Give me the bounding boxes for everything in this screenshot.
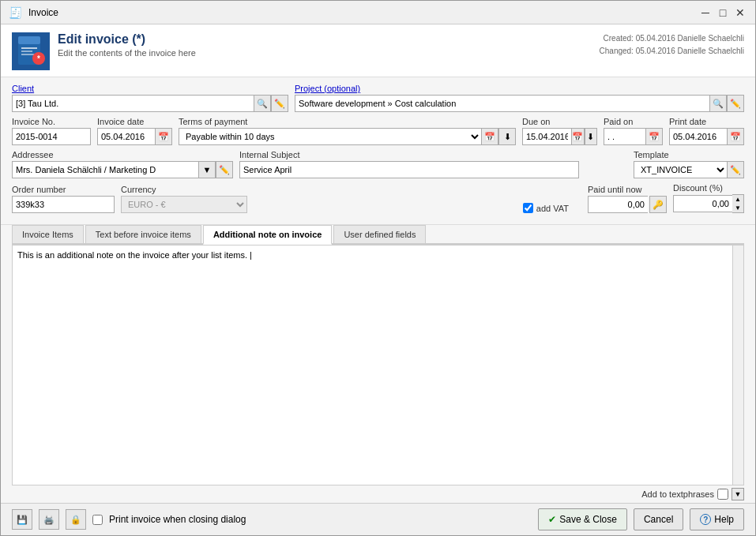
svg-rect-2 xyxy=(21,47,37,49)
save-toolbar-btn[interactable]: 💾 xyxy=(12,509,32,530)
due-on-cal-btn[interactable]: 📅 xyxy=(571,128,585,145)
invoice-graphic-icon: * xyxy=(17,35,45,68)
tab-user-defined[interactable]: User defined fields xyxy=(333,225,426,243)
svg-text:*: * xyxy=(37,54,40,63)
paid-on-group: Paid on 📅 xyxy=(604,117,663,145)
addressee-label: Addressee xyxy=(12,150,233,159)
invoice-date-btn[interactable]: 📅 xyxy=(155,128,172,145)
internal-subject-label: Internal Subject xyxy=(239,150,627,159)
form-row-2: Invoice No. Invoice date 📅 Terms of paym… xyxy=(12,117,744,145)
terms-input-group: Payable within 10 days 📅 ⬇ xyxy=(179,128,516,145)
add-vat-label: add VAT xyxy=(536,204,569,213)
terms-select[interactable]: Payable within 10 days xyxy=(179,128,481,145)
template-edit-btn[interactable]: ✏️ xyxy=(727,161,744,178)
project-search-btn[interactable]: 🔍 xyxy=(709,95,727,112)
help-icon: ? xyxy=(700,514,711,525)
discount-label: Discount (%) xyxy=(673,183,744,193)
discount-group: Discount (%) ▲ ▼ xyxy=(673,183,744,213)
addressee-input[interactable] xyxy=(12,161,198,178)
paid-until-now-btn[interactable]: 🔑 xyxy=(649,196,667,213)
main-window: 🧾 Invoice ─ □ ✕ * Edit invoice (*) Edit … xyxy=(0,0,756,536)
order-number-group: Order number xyxy=(12,185,115,213)
print-toolbar-btn[interactable]: 🖨️ xyxy=(39,509,59,530)
form-row-3: Addressee ▼ ✏️ Internal Subject Template… xyxy=(12,150,744,178)
footer-bar: 💾 🖨️ 🔒 Print invoice when closing dialog… xyxy=(1,503,755,535)
print-date-cal-btn[interactable]: 📅 xyxy=(727,128,744,145)
due-on-input[interactable] xyxy=(522,128,571,145)
minimize-button[interactable]: ─ xyxy=(698,6,713,20)
header-meta: Created: 05.04.2016 Danielle Schaelchli … xyxy=(600,32,744,58)
invoice-no-label: Invoice No. xyxy=(12,117,91,126)
cancel-button[interactable]: Cancel xyxy=(634,508,683,530)
tab-invoice-items[interactable]: Invoice Items xyxy=(12,225,84,243)
created-meta: Created: 05.04.2016 Danielle Schaelchli xyxy=(600,32,744,45)
add-vat-group: add VAT xyxy=(523,192,569,213)
maximize-button[interactable]: □ xyxy=(716,6,730,20)
client-edit-btn[interactable]: ✏️ xyxy=(271,95,288,112)
discount-up-btn[interactable]: ▲ xyxy=(732,195,743,204)
terms-edit-btn[interactable]: 📅 xyxy=(481,128,498,145)
project-group: Project (optional) 🔍 ✏️ xyxy=(295,84,744,112)
lock-toolbar-btn[interactable]: 🔒 xyxy=(66,509,86,530)
tab-additional-note[interactable]: Additional note on invoice xyxy=(203,225,333,245)
due-on-label: Due on xyxy=(522,117,597,126)
currency-select[interactable]: EURO - € xyxy=(121,196,247,213)
addressee-dropdown-btn[interactable]: ▼ xyxy=(198,161,216,178)
title-bar: 🧾 Invoice ─ □ ✕ xyxy=(1,1,755,24)
internal-subject-group: Internal Subject xyxy=(239,150,627,178)
invoice-date-input[interactable] xyxy=(97,128,155,145)
order-number-label: Order number xyxy=(12,185,115,194)
internal-subject-input[interactable] xyxy=(239,161,579,178)
addressee-group: Addressee ▼ ✏️ xyxy=(12,150,233,178)
header-icon: * xyxy=(12,32,50,70)
print-date-input[interactable] xyxy=(669,128,727,145)
invoice-no-input[interactable] xyxy=(12,128,91,145)
paid-until-now-label: Paid until now xyxy=(588,185,667,194)
template-select[interactable]: XT_INVOICE xyxy=(634,161,727,178)
client-input[interactable] xyxy=(12,95,254,112)
print-date-label: Print date xyxy=(669,117,744,126)
client-search-btn[interactable]: 🔍 xyxy=(254,95,271,112)
save-close-label: Save & Close xyxy=(559,514,617,525)
print-when-closing-label: Print invoice when closing dialog xyxy=(109,514,246,525)
project-edit-btn[interactable]: ✏️ xyxy=(727,95,744,112)
save-close-button[interactable]: ✔ Save & Close xyxy=(538,508,627,530)
header-text: Edit invoice (*) Edit the contents of th… xyxy=(58,32,592,58)
print-when-closing-checkbox[interactable] xyxy=(92,515,103,525)
add-to-textphrases-dropdown-btn[interactable]: ▼ xyxy=(732,488,744,500)
project-input[interactable] xyxy=(295,95,709,112)
close-button[interactable]: ✕ xyxy=(733,6,747,20)
app-icon: 🧾 xyxy=(9,6,22,19)
header-section: * Edit invoice (*) Edit the contents of … xyxy=(1,24,755,77)
add-to-textphrases-checkbox[interactable] xyxy=(717,489,728,500)
paid-until-now-input-group: 🔑 xyxy=(588,196,667,213)
paid-until-now-group: Paid until now 🔑 xyxy=(588,185,667,213)
discount-input[interactable] xyxy=(673,195,732,212)
vertical-scrollbar[interactable] xyxy=(732,246,743,485)
add-to-textphrases-bar: Add to textphrases ▼ xyxy=(1,485,755,503)
order-number-input[interactable] xyxy=(12,196,115,213)
paid-on-input[interactable] xyxy=(604,128,645,145)
client-input-group: 🔍 ✏️ xyxy=(12,95,288,112)
due-on-input-group: 📅 ⬇ xyxy=(522,128,597,145)
project-label: Project (optional) xyxy=(295,84,744,93)
save-close-icon: ✔ xyxy=(548,514,556,525)
help-button[interactable]: ? Help xyxy=(690,508,744,530)
invoice-date-input-group: 📅 xyxy=(97,128,172,145)
paid-on-cal-btn[interactable]: 📅 xyxy=(645,128,663,145)
add-vat-checkbox[interactable] xyxy=(523,203,533,213)
invoice-no-group: Invoice No. xyxy=(12,117,91,145)
paid-until-now-input[interactable] xyxy=(588,196,648,213)
additional-note-textarea[interactable]: This is an additional note on the invoic… xyxy=(13,246,743,485)
discount-down-btn[interactable]: ▼ xyxy=(732,204,743,212)
due-on-extra-btn[interactable]: ⬇ xyxy=(585,128,598,145)
window-title: Invoice xyxy=(28,7,58,18)
changed-meta: Changed: 05.04.2016 Danielle Schaelchli xyxy=(600,45,744,58)
client-group: Client 🔍 ✏️ xyxy=(12,84,288,112)
addressee-edit-btn[interactable]: ✏️ xyxy=(216,161,233,178)
currency-label: Currency xyxy=(121,185,247,194)
tab-text-before[interactable]: Text before invoice items xyxy=(85,225,201,243)
tabs-section: Invoice Items Text before invoice items … xyxy=(1,225,755,245)
terms-extra-btn[interactable]: ⬇ xyxy=(498,128,516,145)
client-label: Client xyxy=(12,84,288,93)
